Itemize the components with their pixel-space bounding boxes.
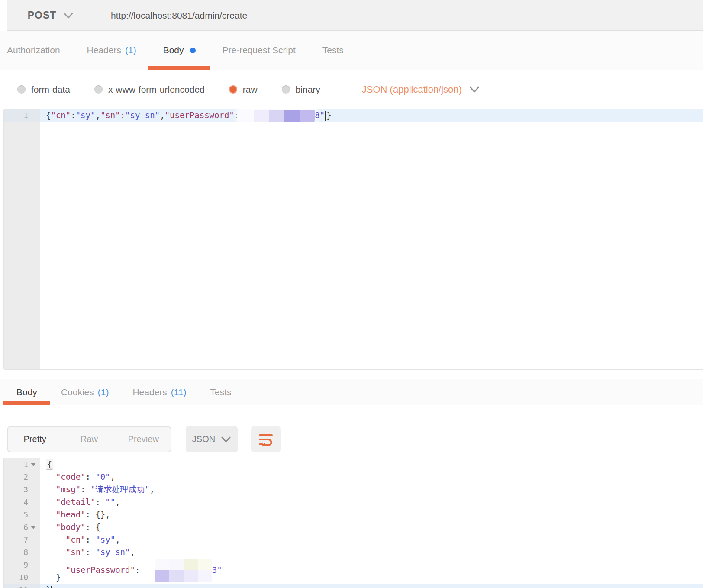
chevron-down-icon: [63, 12, 74, 19]
code-token: :: [234, 110, 239, 120]
code-line[interactable]: 5 "head": {},: [4, 508, 703, 521]
code-token: {: [46, 110, 51, 120]
view-preview-button[interactable]: Preview: [116, 434, 171, 444]
postman-window: POST http://localhost:8081/admin/create …: [0, 0, 703, 588]
response-language-select[interactable]: JSON: [186, 426, 238, 452]
code-token: ,: [160, 110, 164, 120]
tab-tests[interactable]: Tests: [322, 31, 344, 70]
code-line[interactable]: 2 "code": "0",: [4, 471, 703, 483]
code-token: "msg": [46, 485, 81, 494]
code-content: "detail": "",: [40, 496, 703, 508]
tab-label: Tests: [322, 45, 344, 55]
url-input[interactable]: http://localhost:8081/admin/create: [94, 0, 703, 30]
text-cursor: [325, 111, 326, 121]
radio-label: raw: [243, 84, 258, 95]
code-token: }: [46, 585, 51, 588]
tab-authorization[interactable]: Authorization: [7, 31, 60, 70]
tab-label: Authorization: [7, 45, 60, 55]
tab-count: (1): [125, 45, 136, 55]
radio-circle-selected: [229, 85, 237, 94]
code-line[interactable]: 4 "detail": "",: [4, 496, 703, 508]
tab-body[interactable]: Body: [163, 31, 196, 70]
view-mode-switch: Pretty Raw Preview: [7, 426, 171, 452]
code-content: "cn": "sy",: [40, 533, 703, 546]
code-line[interactable]: 6 "body": {: [4, 521, 703, 533]
code-line[interactable]: 3 "msg": "请求处理成功",: [4, 483, 703, 496]
code-line[interactable]: 11}: [4, 584, 703, 588]
code-token: ,: [110, 472, 115, 481]
radio-binary[interactable]: binary: [282, 84, 320, 95]
code-token: :: [86, 535, 96, 544]
url-builder-bar: POST http://localhost:8081/admin/create: [7, 0, 703, 31]
fold-toggle-icon[interactable]: [31, 526, 36, 529]
code-token: :: [120, 110, 125, 120]
content-type-select[interactable]: JSON (application/json): [362, 84, 480, 95]
radio-form-data[interactable]: form-data: [17, 84, 70, 95]
response-tabs: Body Cookies (1) Headers (11) Tests: [0, 379, 703, 405]
code-token: "": [105, 497, 115, 507]
code-token: {: [46, 459, 53, 470]
fold-toggle-icon[interactable]: [31, 463, 36, 466]
radio-x-www-form-urlencoded[interactable]: x-www-form-urlencoded: [94, 84, 205, 95]
code-content: "msg": "请求处理成功",: [40, 483, 703, 496]
code-line[interactable]: 8 "sn": "sy_sn",: [4, 546, 703, 559]
code-token: : {},: [86, 510, 110, 519]
tab-pre-request-script[interactable]: Pre-request Script: [223, 31, 296, 70]
code-content: }: [40, 584, 703, 588]
code-token: "sy": [95, 535, 115, 544]
code-line[interactable]: 1{"cn":"sy","sn":"sy_sn","userPassword":…: [4, 109, 703, 122]
line-number: 2: [4, 471, 40, 483]
code-token: "cn": [51, 110, 71, 120]
line-number: 11: [4, 584, 40, 588]
line-number: 4: [4, 496, 40, 508]
wrap-lines-button[interactable]: [251, 426, 281, 452]
method-select[interactable]: POST: [7, 0, 94, 30]
code-token: :: [86, 547, 96, 557]
tab-label: Tests: [210, 387, 232, 397]
code-token: "code": [46, 472, 86, 481]
line-number: 10: [4, 571, 40, 584]
code-line[interactable]: 10 }: [4, 571, 703, 584]
response-tab-headers[interactable]: Headers (11): [132, 379, 186, 405]
code-token: "detail": [46, 497, 95, 507]
code-content: {"cn":"sy","sn":"sy_sn","userPassword":8…: [40, 109, 703, 122]
view-pretty-button[interactable]: Pretty: [8, 434, 62, 444]
radio-raw[interactable]: raw: [229, 84, 258, 95]
radio-label: binary: [296, 84, 320, 95]
tab-label: Headers: [87, 45, 121, 55]
code-content: "userPassword": 3": [40, 559, 703, 571]
code-token: "请求处理成功": [90, 485, 150, 494]
code-token: }: [326, 110, 331, 120]
view-raw-button[interactable]: Raw: [62, 434, 116, 444]
code-token: "body": [46, 522, 86, 532]
response-tab-body[interactable]: Body: [16, 379, 37, 405]
response-body-editor[interactable]: 1{2 "code": "0",3 "msg": "请求处理成功",4 "det…: [3, 458, 703, 588]
code-token: "userPassword": [165, 110, 234, 120]
code-token: :: [86, 472, 96, 481]
tab-headers[interactable]: Headers (1): [87, 31, 136, 70]
radio-circle: [94, 85, 103, 94]
code-token: }: [46, 572, 61, 582]
radio-circle: [17, 85, 26, 94]
tab-label: Headers: [132, 387, 167, 397]
line-number: 9: [4, 559, 40, 571]
code-content: {: [40, 458, 703, 471]
code-content: "code": "0",: [40, 471, 703, 483]
tab-label: Cookies: [61, 387, 94, 397]
response-tab-cookies[interactable]: Cookies (1): [61, 379, 109, 405]
code-token: ,: [115, 535, 120, 544]
request-body-editor[interactable]: 1{"cn":"sy","sn":"sy_sn","userPassword":…: [3, 109, 703, 370]
code-token: :: [71, 110, 75, 120]
tab-count: (1): [98, 387, 109, 397]
code-line[interactable]: 7 "cn": "sy",: [4, 533, 703, 546]
language-label: JSON: [192, 434, 215, 444]
code-token: : {: [86, 522, 100, 532]
tab-label: Body: [16, 387, 37, 397]
code-line[interactable]: 1{: [4, 458, 703, 471]
response-tab-tests[interactable]: Tests: [210, 379, 232, 405]
line-number: 1: [4, 458, 40, 471]
line-number: 6: [4, 521, 40, 533]
code-line[interactable]: 9 "userPassword": 3": [4, 559, 703, 571]
tab-label: Pre-request Script: [223, 45, 296, 55]
line-number-gutter: [4, 109, 40, 369]
